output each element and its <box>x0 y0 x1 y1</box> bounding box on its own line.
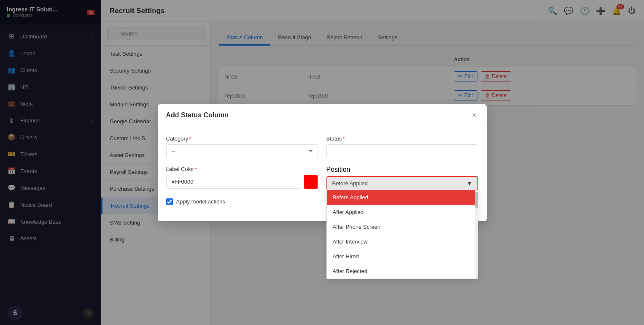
status-input[interactable] <box>326 144 478 158</box>
position-dropdown-list: Before Applied After Applied After Phone… <box>326 190 478 279</box>
dropdown-option-after-phone-screen[interactable]: After Phone Screen <box>327 219 478 234</box>
chevron-down-icon: ▼ <box>467 180 472 187</box>
color-input[interactable]: #FF0000 <box>166 175 300 189</box>
dropdown-option-after-interview[interactable]: After Interview <box>327 234 478 249</box>
modal-overlay[interactable]: Add Status Column × Category* -- <box>0 0 644 325</box>
category-select[interactable]: -- <box>166 144 318 158</box>
dropdown-option-after-applied[interactable]: After Applied <box>327 205 478 219</box>
dropdown-option-after-rejected[interactable]: After Rejected <box>327 264 478 279</box>
modal-row-2: Label Color* #FF0000 Position Before App… <box>166 166 478 191</box>
dropdown-option-after-hired[interactable]: After Hired <box>327 249 478 264</box>
color-row: #FF0000 <box>166 175 318 189</box>
status-field: Status* <box>326 135 478 158</box>
apply-model-label: Apply model actions <box>176 198 225 205</box>
label-color-field: Label Color* #FF0000 <box>166 166 318 191</box>
dropdown-scrollbar <box>475 190 478 279</box>
add-status-modal: Add Status Column × Category* -- <box>158 104 487 221</box>
modal-title: Add Status Column <box>166 111 229 119</box>
position-field: Position Before Applied ▼ Before Applied… <box>326 166 478 191</box>
label-color-label: Label Color* <box>166 166 318 172</box>
status-label: Status* <box>326 135 478 142</box>
dropdown-option-before-applied[interactable]: Before Applied <box>327 190 478 205</box>
modal-close-button[interactable]: × <box>470 111 478 120</box>
apply-model-actions-row: Apply model actions <box>166 198 225 205</box>
position-selected-value: Before Applied <box>332 180 368 187</box>
position-dropdown-wrap: Before Applied ▼ Before Applied After Ap… <box>326 176 478 191</box>
modal-row-1: Category* -- Status* <box>166 135 478 158</box>
color-swatch[interactable] <box>304 175 318 189</box>
modal-header: Add Status Column × <box>158 104 487 127</box>
category-label: Category* <box>166 135 318 142</box>
position-select-display[interactable]: Before Applied ▼ <box>327 177 477 190</box>
category-field: Category* -- <box>166 135 318 158</box>
position-label: Position <box>326 166 478 173</box>
modal-body: Category* -- Status* <box>158 127 487 221</box>
apply-model-checkbox[interactable] <box>166 198 173 205</box>
scrollbar-thumb <box>475 192 478 209</box>
